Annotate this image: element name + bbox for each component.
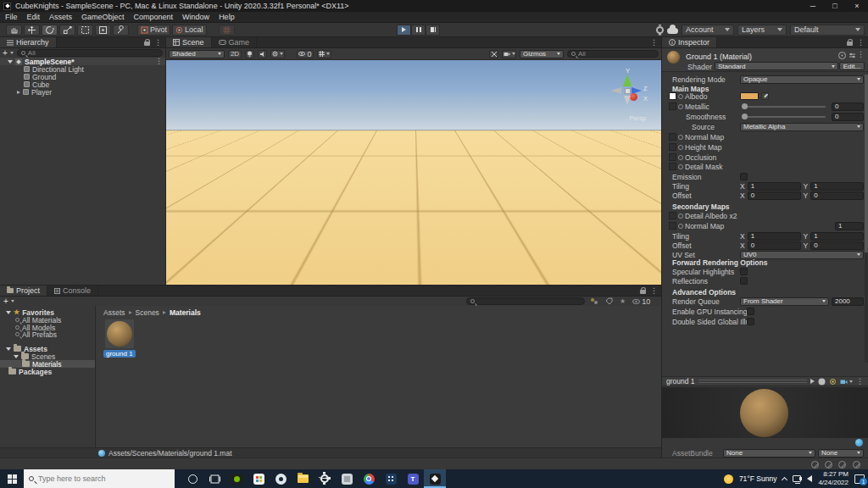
edit-shader-button[interactable]: Edit... — [839, 62, 865, 70]
object-picker-icon[interactable] — [678, 214, 683, 219]
lock-icon[interactable] — [847, 42, 853, 46]
menu-assets[interactable]: Assets — [49, 13, 72, 21]
transform-tool-icon[interactable] — [95, 25, 111, 36]
normal-texture-slot[interactable] — [669, 133, 676, 141]
axis-y-label[interactable]: Y — [626, 67, 630, 75]
panel-menu-icon[interactable]: ⋮ — [154, 39, 162, 47]
file-explorer-icon[interactable] — [292, 469, 314, 488]
scene-camera-tools-icon[interactable] — [489, 50, 498, 58]
double-sided-gi-checkbox[interactable] — [747, 318, 754, 325]
axis-down-cone-icon[interactable] — [624, 96, 631, 105]
axis-back-cone-icon[interactable] — [610, 87, 621, 94]
weather-sun-icon[interactable] — [724, 474, 733, 484]
axis-z-label[interactable]: Z — [643, 85, 648, 92]
detail-mask-texture-slot[interactable] — [669, 163, 676, 170]
secondary-offset-y-field[interactable]: 0 — [810, 241, 864, 250]
object-picker-icon[interactable] — [678, 155, 683, 160]
gizmos-dropdown[interactable]: Gizmos — [520, 50, 564, 58]
scene-viewport[interactable]: Y Z X Persp — [166, 60, 661, 285]
draw-mode-dropdown[interactable]: Shaded — [169, 50, 225, 58]
cloud-collab-icon[interactable] — [667, 28, 678, 34]
settings-icon[interactable] — [314, 469, 336, 488]
lighting-toggle-icon[interactable] — [245, 50, 254, 58]
breadcrumb-materials[interactable]: Materials — [170, 308, 201, 317]
object-picker-icon[interactable] — [678, 135, 683, 140]
lock-icon[interactable] — [640, 290, 646, 294]
layout-dropdown[interactable]: Default — [790, 25, 865, 36]
perspective-label[interactable]: Persp — [629, 114, 646, 122]
search-by-type-icon[interactable] — [590, 297, 598, 305]
tab-hierarchy[interactable]: Hierarchy — [0, 37, 57, 47]
favorite-all-prefabs[interactable]: All Prefabs — [0, 330, 95, 338]
volume-icon[interactable] — [807, 475, 812, 482]
tiling-y-field[interactable]: 1 — [810, 182, 864, 191]
hidden-count-indicator[interactable]: 10 — [632, 297, 650, 306]
pause-button[interactable] — [411, 25, 426, 36]
secondary-tiling-x-field[interactable]: 1 — [748, 232, 801, 241]
presets-icon[interactable] — [849, 52, 856, 61]
preview-camera-dropdown[interactable] — [840, 379, 853, 385]
object-picker-icon[interactable] — [678, 164, 683, 169]
uv-set-dropdown[interactable]: UV0 — [740, 251, 864, 259]
2d-toggle-button[interactable]: 2D — [228, 50, 242, 58]
effects-dropdown-icon[interactable] — [270, 50, 285, 58]
scene-search-input[interactable]: All — [567, 50, 659, 58]
assetbundle-dropdown[interactable]: None — [723, 449, 815, 458]
lightmap-status-icon[interactable] — [838, 461, 846, 469]
smoothness-slider[interactable] — [742, 116, 826, 118]
account-dropdown[interactable]: Account — [682, 25, 734, 36]
header-menu-icon[interactable]: ⋮ — [857, 51, 865, 58]
tiling-x-field[interactable]: 1 — [748, 182, 801, 191]
secondary-offset-x-field[interactable]: 0 — [748, 241, 801, 250]
nvidia-icon[interactable] — [225, 469, 248, 488]
project-add-button[interactable]: + — [3, 297, 14, 306]
height-texture-slot[interactable] — [669, 143, 676, 151]
grid-visibility-icon[interactable] — [317, 50, 331, 58]
occlusion-texture-slot[interactable] — [669, 153, 676, 161]
preview-menu-icon[interactable]: ⋮ — [856, 378, 864, 385]
project-search-input[interactable] — [466, 297, 585, 305]
rect-tool-icon[interactable] — [77, 25, 93, 36]
project-content[interactable]: Assets Scenes Materials ground 1 — [97, 306, 661, 447]
preview-play-icon[interactable] — [810, 379, 815, 384]
packages-node[interactable]: Packages — [0, 368, 95, 375]
close-button[interactable]: × — [846, 0, 868, 12]
breadcrumb-assets[interactable]: Assets — [103, 308, 125, 317]
rotate-tool-icon[interactable] — [42, 25, 58, 36]
services-gear-icon[interactable] — [656, 26, 664, 34]
asset-labels-icon[interactable] — [855, 439, 863, 446]
gizmo-center-cube[interactable] — [625, 88, 631, 94]
play-button[interactable] — [397, 25, 411, 36]
hierarchy-item-player[interactable]: Player — [0, 88, 165, 96]
eyedropper-icon[interactable] — [761, 92, 769, 100]
axis-y-cone-icon[interactable] — [623, 75, 632, 86]
tab-game[interactable]: Game — [212, 37, 258, 47]
axis-x-sphere-icon[interactable] — [630, 93, 637, 101]
scale-tool-icon[interactable] — [59, 25, 75, 36]
gpu-instancing-checkbox[interactable] — [747, 308, 754, 315]
offset-x-field[interactable]: 0 — [748, 191, 801, 200]
taskbar-clock[interactable]: 8:27 PM 4/24/2022 — [818, 470, 849, 487]
bake-progress-icon[interactable] — [853, 461, 860, 469]
expand-arrow-icon[interactable] — [17, 91, 20, 94]
weather-text[interactable]: 71°F Sunny — [739, 474, 777, 483]
menu-component[interactable]: Component — [134, 13, 174, 21]
asset-ground1[interactable] — [105, 319, 134, 348]
albedo-texture-slot[interactable] — [669, 92, 676, 100]
minimize-button[interactable]: ─ — [802, 0, 824, 12]
panel-menu-icon[interactable]: ⋮ — [857, 39, 865, 47]
material-preview-area[interactable] — [662, 387, 868, 438]
albedo-color-swatch[interactable] — [740, 92, 759, 100]
step-button[interactable] — [426, 25, 440, 36]
secondary-normal-value-field[interactable]: 1 — [835, 222, 864, 230]
detail-albedo-texture-slot[interactable] — [669, 212, 676, 219]
menu-window[interactable]: Window — [182, 13, 209, 21]
hierarchy-add-button[interactable]: + — [3, 48, 14, 58]
axis-x-label[interactable]: X — [643, 95, 648, 103]
steam-icon[interactable] — [270, 469, 292, 488]
hierarchy-item-cube[interactable]: Cube — [0, 80, 165, 88]
breadcrumb-scenes[interactable]: Scenes — [136, 308, 159, 317]
rendering-mode-dropdown[interactable]: Opaque — [740, 75, 864, 84]
tab-scene[interactable]: Scene — [166, 37, 212, 47]
calculator-icon[interactable] — [380, 469, 402, 488]
